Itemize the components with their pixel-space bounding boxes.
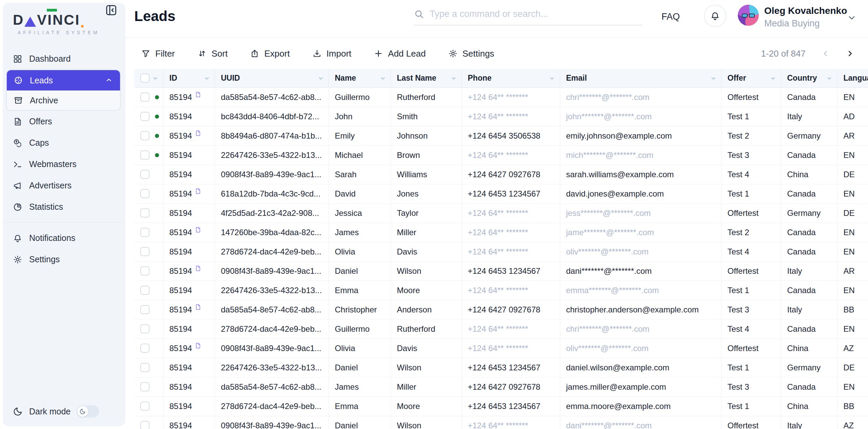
- lead-uuid: da585a54-8e57-4c62-ab8...: [215, 300, 329, 319]
- table-row[interactable]: 85194 4f25d5ad-21c3-42a2-908... Jessica …: [134, 203, 868, 223]
- lead-offer: Offertest: [721, 416, 781, 429]
- sidebar-item-archive[interactable]: Archive: [7, 90, 120, 110]
- sidebar-item-caps[interactable]: Caps: [3, 132, 125, 154]
- lead-email: chri*******@*******.com: [560, 319, 721, 339]
- table-row[interactable]: 85194 8b8494a6-d807-474a-b1b... Emily Jo…: [134, 126, 868, 145]
- sidebar-item-leads[interactable]: Leads: [7, 70, 120, 90]
- sidebar-item-webmasters[interactable]: Webmasters: [3, 154, 125, 175]
- pie-chart-icon: [13, 202, 22, 212]
- table-row[interactable]: 85194 618a12db-7bda-4c3c-9cd... David Jo…: [134, 184, 868, 203]
- row-checkbox[interactable]: [140, 344, 150, 353]
- table-row[interactable]: 85194 278d6724-dac4-42e9-beb... Guillerm…: [134, 319, 868, 339]
- row-checkbox[interactable]: [140, 382, 150, 391]
- copy-icon[interactable]: [195, 265, 201, 272]
- table-row[interactable]: 85194 bc843dd4-8406-4dbf-b72... John Smi…: [134, 107, 868, 126]
- lead-email: oliv*******@*******.com: [560, 242, 721, 261]
- copy-icon[interactable]: [195, 91, 201, 98]
- sidebar-item-offers[interactable]: Offers: [3, 111, 125, 132]
- table-row[interactable]: 85194 da585a54-8e57-4c62-ab8... Guillerm…: [134, 87, 868, 107]
- search-input[interactable]: [430, 9, 643, 19]
- row-checkbox[interactable]: [140, 228, 150, 237]
- select-all-checkbox[interactable]: [140, 74, 150, 83]
- column-header-last-name[interactable]: Last Name: [391, 69, 461, 87]
- lead-country: Canada: [781, 281, 837, 300]
- prev-page-chevron-left-icon[interactable]: [821, 49, 830, 58]
- copy-icon[interactable]: [195, 130, 201, 137]
- table-row[interactable]: 85194 22647426-33e5-4322-b13... Emma Moo…: [134, 281, 868, 300]
- table-row[interactable]: 85194 da585a54-8e57-4c62-ab8... Christop…: [134, 300, 868, 319]
- column-header-id[interactable]: ID: [163, 69, 215, 87]
- table-row[interactable]: 85194 278d6724-dac4-42e9-beb... Olivia D…: [134, 242, 868, 261]
- filter-icon: [141, 49, 151, 58]
- sidebar: D V I NCI . AFFILIATE SYSTEM Dashboard: [3, 3, 125, 426]
- table-row[interactable]: 85194 da585a54-8e57-4c62-ab8... James Mi…: [134, 377, 868, 396]
- column-header-phone[interactable]: Phone: [461, 69, 560, 87]
- row-checkbox[interactable]: [140, 402, 150, 411]
- sidebar-item-statistics[interactable]: Statistics: [3, 196, 125, 218]
- table-row[interactable]: 85194 22647426-33e5-4322-b13... Michael …: [134, 145, 868, 165]
- megaphone-icon: [13, 181, 22, 190]
- sort-button[interactable]: Sort: [197, 48, 228, 59]
- user-menu-chevron-down-icon[interactable]: [847, 13, 856, 22]
- table-row[interactable]: 85194 0908f43f-8a89-439e-9ac1... Daniel …: [134, 416, 868, 429]
- lead-country: Canada: [781, 377, 837, 396]
- column-header-email[interactable]: Email: [560, 69, 721, 87]
- column-header-offer[interactable]: Offer: [721, 69, 781, 87]
- row-checkbox[interactable]: [140, 266, 150, 275]
- lead-email: john*******@*******.com: [560, 107, 721, 126]
- table-row[interactable]: 85194 278d6724-dac4-42e9-beb... Emma Moo…: [134, 396, 868, 416]
- lead-last-name: Wilson: [391, 358, 461, 377]
- online-status-dot: [155, 134, 159, 138]
- column-header-uuid[interactable]: UUID: [215, 69, 329, 87]
- sidebar-item-dashboard[interactable]: Dashboard: [3, 48, 125, 69]
- sidebar-collapse-icon[interactable]: [104, 3, 118, 17]
- copy-icon[interactable]: [195, 342, 201, 349]
- sidebar-item-label: Dashboard: [29, 54, 71, 64]
- row-checkbox[interactable]: [140, 286, 150, 295]
- lead-id: 85194: [170, 382, 192, 392]
- row-checkbox[interactable]: [140, 421, 150, 429]
- table-row[interactable]: 85194 0908f43f-8a89-439e-9ac1... Sarah W…: [134, 165, 868, 184]
- column-header-country[interactable]: Country: [781, 69, 837, 87]
- row-checkbox[interactable]: [140, 131, 150, 140]
- row-checkbox[interactable]: [140, 305, 150, 314]
- row-checkbox[interactable]: [140, 363, 150, 372]
- row-checkbox[interactable]: [140, 170, 150, 179]
- table-row[interactable]: 85194 0908f43f-8a89-439e-9ac1... Daniel …: [134, 261, 868, 281]
- toggle-knob-moon-icon: [77, 406, 88, 417]
- lead-country: Germany: [781, 126, 837, 145]
- row-checkbox[interactable]: [140, 93, 150, 102]
- row-checkbox[interactable]: [140, 112, 150, 121]
- notifications-bell-button[interactable]: [704, 5, 726, 27]
- table-row[interactable]: 85194 22647426-33e5-4322-b13... Daniel W…: [134, 358, 868, 377]
- table-settings-button[interactable]: Settings: [448, 48, 494, 59]
- next-page-chevron-right-icon[interactable]: [846, 49, 854, 58]
- column-header-name[interactable]: Name: [329, 69, 391, 87]
- filter-button[interactable]: Filter: [141, 48, 175, 59]
- sidebar-item-settings[interactable]: Settings: [3, 249, 125, 270]
- column-header-language[interactable]: Language: [837, 69, 868, 87]
- copy-icon[interactable]: [195, 226, 201, 233]
- search-icon: [414, 9, 424, 19]
- copy-icon[interactable]: [195, 188, 201, 195]
- table-row[interactable]: 85194 0908f43f-8a89-439e-9ac1... Olivia …: [134, 339, 868, 358]
- sidebar-item-advertisers[interactable]: Advertisers: [3, 175, 125, 196]
- lead-first-name: Olivia: [329, 242, 391, 261]
- export-button[interactable]: Export: [250, 48, 290, 59]
- user-avatar[interactable]: [738, 5, 759, 26]
- row-checkbox[interactable]: [140, 208, 150, 218]
- row-checkbox[interactable]: [140, 247, 150, 256]
- copy-icon[interactable]: [195, 304, 201, 310]
- sidebar-item-notifications[interactable]: Notifications: [3, 227, 125, 249]
- faq-link[interactable]: FAQ: [662, 12, 680, 22]
- row-checkbox[interactable]: [140, 189, 150, 198]
- row-checkbox[interactable]: [140, 150, 150, 160]
- lead-id: 85194: [170, 93, 192, 102]
- row-checkbox[interactable]: [140, 324, 150, 333]
- sidebar-item-label: Webmasters: [29, 159, 77, 169]
- chevron-down-icon[interactable]: [152, 75, 158, 81]
- table-row[interactable]: 85194 147260be-39ba-4daa-82c... James Mi…: [134, 223, 868, 242]
- dark-mode-toggle[interactable]: [77, 405, 99, 417]
- import-button[interactable]: Import: [312, 48, 352, 59]
- add-lead-button[interactable]: Add Lead: [374, 48, 426, 59]
